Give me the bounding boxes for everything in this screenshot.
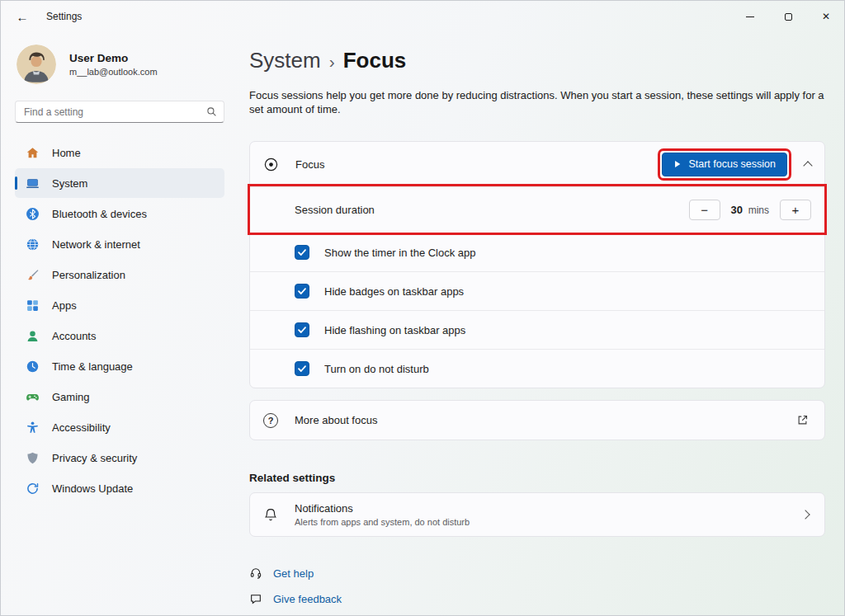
sidebar-item-label: Gaming xyxy=(52,391,90,403)
chevron-right-icon xyxy=(800,510,810,519)
give-feedback-label: Give feedback xyxy=(273,593,342,605)
sidebar-item-personalization[interactable]: Personalization xyxy=(15,260,224,289)
maximize-button[interactable] xyxy=(769,0,807,33)
get-help-link[interactable]: Get help xyxy=(249,567,314,580)
related-settings-heading: Related settings xyxy=(249,472,825,484)
sidebar-item-privacy-security[interactable]: Privacy & security xyxy=(15,443,224,473)
sidebar-item-label: Bluetooth & devices xyxy=(52,208,147,220)
external-link-icon xyxy=(796,414,809,426)
clock-icon xyxy=(26,360,40,374)
footer-links: Get help Give feedback xyxy=(249,567,825,605)
sidebar-item-gaming[interactable]: Gaming xyxy=(15,382,224,411)
back-button[interactable]: ← xyxy=(7,2,38,31)
play-icon xyxy=(673,160,682,168)
focus-title: Focus xyxy=(295,158,324,171)
sidebar-item-label: Time & language xyxy=(52,360,133,373)
bell-icon xyxy=(263,507,278,522)
home-icon xyxy=(26,146,40,160)
sidebar-item-label: Accessibility xyxy=(52,421,111,434)
window-title: Settings xyxy=(46,11,82,22)
sidebar-nav: Home System Bluetooth & devices Network … xyxy=(15,138,224,503)
sidebar-item-label: Accounts xyxy=(52,330,96,342)
get-help-label: Get help xyxy=(273,567,314,580)
close-icon: ✕ xyxy=(822,11,830,22)
option-label: Turn on do not disturb xyxy=(324,363,429,375)
sidebar-item-accounts[interactable]: Accounts xyxy=(15,321,224,350)
person-icon xyxy=(26,329,40,343)
sidebar-item-label: Personalization xyxy=(52,269,125,281)
option-row-hide-flashing: Hide flashing on taskbar apps xyxy=(250,310,824,349)
main-content: System › Focus Focus sessions help you g… xyxy=(249,33,825,616)
sidebar-item-label: Apps xyxy=(52,299,77,312)
maximize-icon xyxy=(785,13,792,21)
accessibility-person-icon xyxy=(26,421,40,435)
sidebar-item-home[interactable]: Home xyxy=(15,138,224,167)
focus-expander-header[interactable]: Focus Start focus session xyxy=(250,142,824,186)
sidebar-item-label: Privacy & security xyxy=(52,452,137,464)
bluetooth-icon xyxy=(26,207,40,221)
minimize-icon xyxy=(746,16,754,17)
duration-number: 30 xyxy=(731,204,743,216)
sidebar-item-network-internet[interactable]: Network & internet xyxy=(15,229,224,259)
checkbox-do-not-disturb[interactable] xyxy=(295,361,309,376)
more-about-focus-label: More about focus xyxy=(295,414,377,426)
update-arrows-icon xyxy=(26,482,40,496)
give-feedback-link[interactable]: Give feedback xyxy=(249,592,342,605)
sidebar-item-windows-update[interactable]: Windows Update xyxy=(15,473,224,503)
sidebar-item-bluetooth-devices[interactable]: Bluetooth & devices xyxy=(15,199,224,228)
apps-grid-icon xyxy=(26,299,40,313)
chevron-up-icon[interactable] xyxy=(803,161,812,170)
sidebar-item-time-language[interactable]: Time & language xyxy=(15,351,224,381)
increase-duration-button[interactable]: + xyxy=(780,200,811,220)
start-button-label: Start focus session xyxy=(688,158,776,170)
sidebar-item-label: Network & internet xyxy=(52,238,140,251)
option-label: Hide flashing on taskbar apps xyxy=(324,324,465,336)
sidebar-item-label: Home xyxy=(52,147,81,159)
plus-icon: + xyxy=(792,203,800,217)
checkbox-hide-badges[interactable] xyxy=(295,284,309,299)
sidebar-item-accessibility[interactable]: Accessibility xyxy=(15,412,224,442)
help-circle-icon: ? xyxy=(263,413,278,428)
duration-unit: mins xyxy=(748,205,769,216)
minimize-button[interactable] xyxy=(731,0,769,33)
checkbox-hide-flashing[interactable] xyxy=(295,322,309,337)
sidebar-item-label: Windows Update xyxy=(52,482,133,495)
highlight-box-start-button: Start focus session xyxy=(658,148,791,181)
sidebar-item-system[interactable]: System xyxy=(15,168,224,198)
user-name: User Demo xyxy=(69,52,158,64)
session-duration-row: Session duration − 30 mins + xyxy=(250,186,824,233)
page-description: Focus sessions help you get more done by… xyxy=(249,88,824,116)
minus-icon: − xyxy=(701,203,708,217)
search-input[interactable] xyxy=(15,101,224,123)
question-mark: ? xyxy=(268,416,274,426)
settings-window: ← Settings ✕ User Demo m__lab@outlook.co… xyxy=(0,0,845,33)
option-label: Hide badges on taskbar apps xyxy=(324,285,464,298)
notifications-text: Notifications Alerts from apps and syste… xyxy=(295,502,470,527)
more-about-focus-card[interactable]: ? More about focus xyxy=(249,400,825,440)
session-duration-label: Session duration xyxy=(295,204,375,216)
system-icon xyxy=(26,176,40,190)
titlebar: ← Settings ✕ xyxy=(0,0,845,33)
user-email: m__lab@outlook.com xyxy=(69,67,158,77)
back-arrow-icon: ← xyxy=(17,10,29,24)
window-controls: ✕ xyxy=(731,0,845,33)
start-focus-session-button[interactable]: Start focus session xyxy=(662,153,787,176)
account-text: User Demo m__lab@outlook.com xyxy=(69,52,158,77)
sidebar: User Demo m__lab@outlook.com Home System xyxy=(0,33,239,616)
session-duration-controls: − 30 mins + xyxy=(689,200,811,220)
option-row-do-not-disturb: Turn on do not disturb xyxy=(250,349,824,388)
checkbox-show-timer[interactable] xyxy=(295,245,309,260)
shield-icon xyxy=(26,451,40,465)
decrease-duration-button[interactable]: − xyxy=(689,200,720,220)
breadcrumb-parent[interactable]: System xyxy=(249,48,321,73)
paintbrush-icon xyxy=(26,268,40,282)
close-button[interactable]: ✕ xyxy=(807,0,845,33)
notifications-card[interactable]: Notifications Alerts from apps and syste… xyxy=(249,492,825,537)
notifications-subtitle: Alerts from apps and system, do not dist… xyxy=(295,517,470,527)
game-controller-icon xyxy=(26,390,40,404)
sidebar-item-apps[interactable]: Apps xyxy=(15,290,224,320)
focus-header-actions: Start focus session xyxy=(658,148,811,181)
option-row-hide-badges: Hide badges on taskbar apps xyxy=(250,271,824,310)
selected-indicator xyxy=(15,176,17,190)
account-summary[interactable]: User Demo m__lab@outlook.com xyxy=(15,40,224,94)
